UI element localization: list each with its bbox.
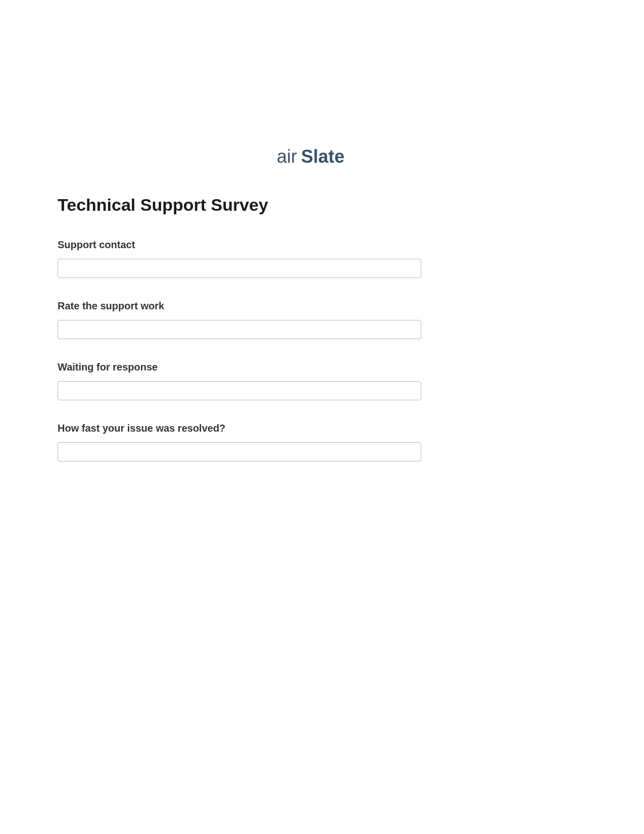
input-waiting-response[interactable]: [58, 381, 421, 400]
field-support-contact: Support contact: [58, 239, 586, 278]
svg-text:air: air: [277, 147, 297, 167]
label-waiting-response: Waiting for response: [58, 361, 586, 373]
label-support-contact: Support contact: [58, 239, 586, 251]
svg-text:Slate: Slate: [301, 147, 344, 167]
field-rate-support: Rate the support work: [58, 300, 586, 339]
logo-wrap: air Slate: [0, 147, 644, 170]
label-rate-support: Rate the support work: [58, 300, 586, 312]
label-resolved-speed: How fast your issue was resolved?: [58, 423, 586, 434]
field-resolved-speed: How fast your issue was resolved?: [58, 423, 586, 461]
field-waiting-response: Waiting for response: [58, 361, 586, 400]
form-container: air Slate Technical Support Survey Suppo…: [0, 0, 644, 461]
page-title: Technical Support Survey: [58, 195, 644, 215]
input-resolved-speed[interactable]: [58, 442, 421, 461]
airslate-logo: air Slate: [277, 147, 368, 170]
input-rate-support[interactable]: [58, 320, 421, 339]
input-support-contact[interactable]: [58, 259, 421, 278]
